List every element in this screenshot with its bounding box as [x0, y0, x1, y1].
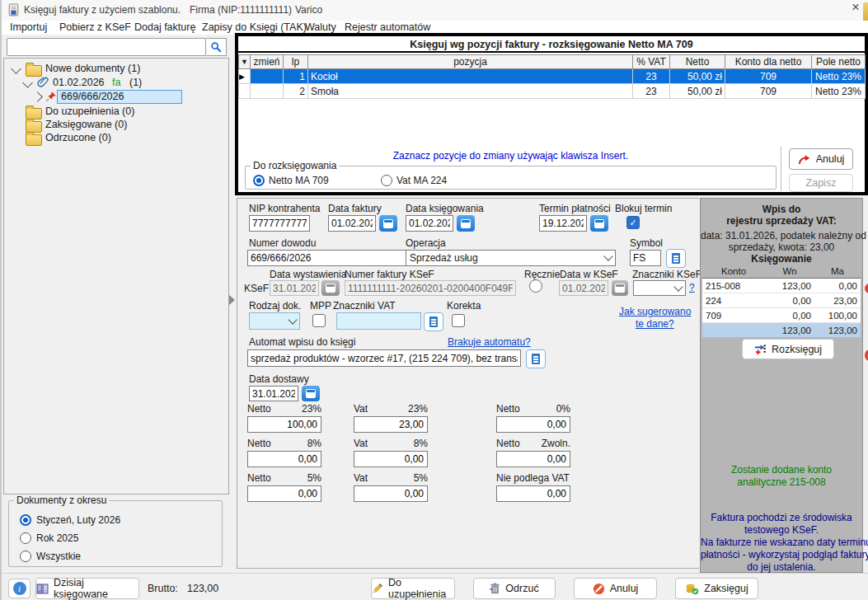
reject-button[interactable]: Odrzuć	[473, 578, 556, 599]
radio-label-vat-ma-224[interactable]: Vat MA 224	[396, 175, 447, 186]
symbol-input[interactable]	[630, 250, 661, 266]
column-menu-icon[interactable]: ▼	[239, 55, 251, 69]
tree-item-odrzucone[interactable]: Odrzucone (0)	[45, 132, 111, 143]
menu-importuj[interactable]: Importuj	[10, 21, 47, 33]
menu-zapisy-do-ksiegi[interactable]: Zapisy do Księgi (TAK)	[202, 21, 307, 33]
amount-input[interactable]	[354, 451, 428, 467]
manual-checkbox[interactable]	[529, 279, 542, 293]
amount-input[interactable]	[496, 416, 570, 433]
delivery-date-label: Data dostawy	[249, 373, 309, 385]
suggest-data-link[interactable]: Jak sugerowano	[619, 306, 691, 317]
radio-label-netto-ma-709[interactable]: Netto MA 709	[269, 175, 329, 186]
menu-waluty[interactable]: Waluty	[305, 21, 336, 33]
calendar-icon[interactable]	[379, 215, 397, 232]
col-pozycja[interactable]: pozycja	[308, 55, 633, 69]
brutto-label: Brutto:	[148, 583, 178, 594]
automat-input[interactable]	[247, 349, 521, 367]
search-input[interactable]	[7, 38, 206, 56]
amount-input[interactable]	[247, 451, 321, 467]
col-konto[interactable]: Konto dla netto	[725, 55, 812, 69]
period-label-wszystkie[interactable]: Wszystkie	[36, 551, 81, 562]
doc-type-select[interactable]	[249, 312, 300, 330]
col-lp[interactable]: lp	[284, 55, 308, 69]
ksef-date-input	[559, 280, 608, 296]
today-posted-label: Dzisiaj księgowane	[54, 577, 138, 600]
calendar-icon[interactable]	[590, 215, 608, 232]
rozksieguj-label: Rozksięguj	[772, 344, 822, 355]
document-icon[interactable]	[666, 249, 686, 268]
dialog-save-button[interactable]: Zapisz	[789, 174, 853, 192]
cancel-button[interactable]: Anuluj	[574, 578, 657, 599]
correction-checkbox[interactable]	[452, 314, 465, 327]
radio-netto-ma-709[interactable]	[253, 175, 265, 186]
posting-date-input[interactable]	[406, 215, 453, 232]
delivery-date-input[interactable]	[249, 386, 298, 401]
tree-item-document-date[interactable]: 01.02.2026	[53, 77, 105, 88]
col-pole[interactable]: Pole netto	[812, 55, 866, 69]
info-button[interactable]: i	[8, 579, 30, 598]
calendar-icon[interactable]	[302, 386, 320, 401]
rozksieguj-button[interactable]: Rozksięguj	[742, 339, 834, 359]
chevron-down-icon[interactable]	[22, 77, 33, 88]
vat-tags-input[interactable]	[336, 312, 421, 330]
search-button[interactable]	[206, 38, 227, 56]
brutto-value: 123,00	[187, 583, 218, 594]
dialog-divider	[781, 147, 781, 191]
position-row[interactable]: 2 Smoła 23 50,00 zł 709 Netto 23%	[239, 84, 866, 99]
undo-arrow-icon	[798, 154, 811, 165]
amount-name: Vat	[354, 403, 368, 415]
menu-rejestr-automatow[interactable]: Rejestr automatów	[345, 21, 430, 33]
amount-input[interactable]	[247, 485, 321, 502]
period-radio-rok-2025[interactable]	[20, 532, 31, 544]
reject-label: Odrzuć	[505, 583, 538, 594]
window-title: Księguj faktury z użyciem szablonu.	[24, 4, 181, 16]
mpp-label: MPP	[310, 300, 331, 312]
menu-pobierz-z-ksef[interactable]: Pobierz z KSeF	[59, 21, 131, 33]
post-button[interactable]: Zaksięguj	[675, 578, 758, 599]
operation-select[interactable]: Sprzedaż usług	[406, 250, 616, 266]
period-radio-styczen-luty[interactable]	[20, 514, 31, 526]
menu-dodaj-fakture[interactable]: Dodaj fakturę	[134, 21, 195, 33]
mpp-checkbox[interactable]	[312, 314, 326, 327]
splitter-collapse-icon[interactable]	[229, 295, 235, 305]
doc-type-label: Rodzaj dok.	[249, 300, 301, 312]
amount-input[interactable]	[496, 451, 570, 467]
suggest-data-link-2[interactable]: te dane?	[636, 318, 674, 330]
missing-automat-link[interactable]: Brakuje automatu?	[448, 336, 531, 348]
document-icon[interactable]	[424, 312, 443, 331]
amount-input[interactable]	[247, 416, 321, 433]
tree-item-invoice-selected[interactable]: 669/666/2026	[57, 90, 182, 104]
period-label-rok-2025[interactable]: Rok 2025	[36, 532, 78, 544]
dialog-title: Księguj wg pozycji faktury - rozksięgowa…	[238, 36, 865, 53]
col-zmien[interactable]: zmień	[251, 55, 284, 69]
nip-input[interactable]	[249, 215, 310, 232]
col-netto[interactable]: Netto	[670, 55, 725, 69]
lock-due-checkbox[interactable]: ✓	[626, 216, 640, 229]
document-icon[interactable]	[526, 349, 546, 368]
radio-vat-ma-224[interactable]	[381, 175, 392, 186]
ksef-tags-help-link[interactable]: ?	[689, 282, 695, 293]
ksef-tags-select[interactable]	[633, 280, 686, 296]
dialog-cancel-button[interactable]: Anuluj	[789, 148, 853, 170]
clipped-red-dot	[865, 349, 868, 361]
amount-input[interactable]	[354, 485, 428, 502]
doc-number-label: Numer dowodu	[249, 237, 316, 249]
invoice-date-input[interactable]	[328, 215, 376, 232]
tree-item-do-uzupelnienia[interactable]: Do uzupełnienia (0)	[45, 105, 134, 117]
amount-vat-23: Vat23%	[354, 403, 428, 433]
chevron-down-icon[interactable]	[11, 63, 21, 74]
position-row-selected[interactable]: ▶ 1 Kocioł 23 50,00 zł 709 Netto 23%	[239, 69, 866, 84]
due-date-input[interactable]	[539, 215, 587, 232]
amount-input[interactable]	[354, 416, 428, 433]
to-complete-button[interactable]: Do uzupełnienia	[371, 578, 455, 599]
amount-rate: 23%	[408, 403, 428, 415]
today-posted-button[interactable]: Dzisiaj księgowane	[35, 578, 139, 599]
col-vat[interactable]: % VAT	[633, 55, 670, 69]
tree-item-nowe-dokumenty[interactable]: Nowe dokumenty (1)	[45, 63, 140, 74]
calendar-icon[interactable]	[457, 215, 475, 232]
chevron-right-icon[interactable]	[32, 91, 43, 102]
tree-item-zaksiegowane[interactable]: Zaksięgowane (0)	[45, 119, 127, 130]
period-label-styczen-luty[interactable]: Styczeń, Luty 2026	[36, 514, 120, 526]
amount-input[interactable]	[496, 485, 570, 502]
period-radio-wszystkie[interactable]	[20, 551, 31, 562]
